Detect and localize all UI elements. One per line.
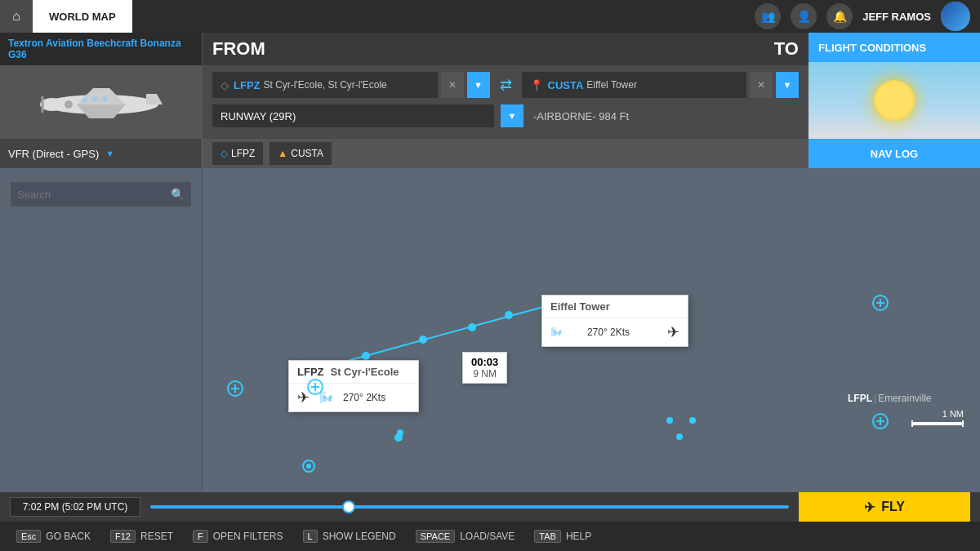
aircraft-panel: Textron Aviation Beechcraft Bonanza G36 [0, 33, 203, 139]
nav-log-button[interactable]: NAV LOG [808, 139, 980, 168]
map-marker-icon-3 [307, 379, 323, 395]
lfpz-wind: 270° 2Kts [343, 392, 385, 403]
profile-icon: 👤 [797, 10, 811, 23]
runway-dropdown-button[interactable]: ▼ [501, 104, 523, 127]
notification-icon-button[interactable]: 🔔 [826, 3, 853, 29]
route-dot-4 [397, 429, 403, 436]
key-space: SPACE [416, 530, 455, 543]
eiffel-wind: 270° 2Kts [587, 327, 630, 338]
to-clear-button[interactable]: ✕ [750, 72, 773, 98]
eiffel-body: 🌬️ 270° 2Kts ✈ [542, 318, 688, 346]
aircraft-banner: Textron Aviation Beechcraft Bonanza G36 [0, 33, 980, 139]
legend-label: SHOW LEGEND [323, 531, 396, 542]
hotkey-go-back[interactable]: Esc GO BACK [16, 530, 91, 543]
slider-thumb[interactable] [342, 500, 355, 513]
route-dot-1 [666, 417, 673, 424]
lfpl-marker [872, 413, 889, 429]
svg-marker-3 [146, 94, 163, 104]
group-icon-button[interactable]: 👥 [755, 3, 781, 29]
hotkeys-bar: Esc GO BACK F12 RESET F OPEN FILTERS L S… [0, 522, 980, 551]
key-f12: F12 [110, 530, 136, 543]
flight-conditions-body[interactable] [808, 62, 980, 139]
from-dropdown-button[interactable]: ▼ [467, 72, 490, 98]
svg-point-6 [65, 100, 73, 109]
world-map-label: WORLD MAP [49, 11, 116, 23]
hotkey-legend[interactable]: L SHOW LEGEND [303, 530, 396, 543]
reset-label: RESET [140, 531, 173, 542]
waypoint-lfpz[interactable]: ◇ LFPZ [212, 142, 263, 165]
fp-header: FROM TO [203, 33, 808, 65]
from-code: LFPZ [234, 79, 261, 91]
swap-button[interactable]: ⇄ [497, 76, 515, 94]
from-input[interactable]: ◇ LFPZ St Cyr-l'Ecole, St Cyr-l'Ecole [212, 72, 438, 98]
runway-input[interactable]: RUNWAY (29R) [212, 104, 494, 127]
lfpz-code: LFPZ [297, 366, 324, 378]
flight-conditions-label: FLIGHT CONDITIONS [818, 42, 926, 54]
scale-bar [913, 422, 962, 425]
to-dropdown-button[interactable]: ▼ [776, 72, 799, 98]
route-marker-4 [397, 429, 403, 436]
search-icon: 🔍 [171, 188, 185, 201]
hotkey-reset[interactable]: F12 RESET [110, 530, 173, 543]
fly-icon: ✈ [864, 500, 875, 515]
lfpl-code: LFPL [848, 393, 872, 404]
to-input-icon: 📍 [530, 79, 543, 91]
home-button[interactable]: ⌂ [0, 0, 33, 33]
filters-label: OPEN FILTERS [213, 531, 283, 542]
to-label: TO [774, 38, 799, 60]
svg-point-9 [102, 96, 107, 101]
flight-conditions-panel: FLIGHT CONDITIONS [808, 33, 980, 139]
avatar[interactable] [941, 2, 970, 31]
go-back-label: GO BACK [46, 531, 91, 542]
key-tab: TAB [534, 530, 561, 543]
key-esc: Esc [16, 530, 41, 543]
far-marker-2 [227, 380, 243, 397]
eiffel-land-icon: ✈ [667, 323, 679, 341]
nav-waypoints: ◇ LFPZ ▲ CUSTA [203, 142, 808, 165]
load-save-label: LOAD/SAVE [460, 531, 514, 542]
to-code: CUSTA [548, 79, 584, 91]
flight-type-dropdown[interactable]: VFR (Direct - GPS) ▼ [0, 139, 203, 168]
aircraft-image[interactable] [0, 65, 202, 139]
lfpl-label: LFPL | Emerainville [848, 393, 931, 404]
aircraft-manufacturer: Textron Aviation [8, 38, 84, 49]
waypoint-lfpz-icon: ◇ [220, 148, 228, 159]
route-marker-1 [666, 417, 673, 424]
hotkey-load-save[interactable]: SPACE LOAD/SAVE [416, 530, 515, 543]
fly-label: FLY [881, 500, 905, 514]
key-f: F [193, 530, 208, 543]
top-bar: ⌂ WORLD MAP 👥 👤 🔔 JEFF RAMOS [0, 0, 980, 33]
search-input[interactable] [17, 189, 171, 201]
timeline-slider[interactable] [150, 505, 789, 509]
altitude-text: -AIRBORNE- 984 Ft [530, 110, 799, 122]
flight-distance: 9 NM [471, 368, 498, 380]
map-marker-lfpl [872, 413, 889, 429]
to-input[interactable]: 📍 CUSTA Eiffel Tower [522, 72, 747, 98]
aircraft-svg [20, 73, 183, 131]
hotkey-filters[interactable]: F OPEN FILTERS [193, 530, 283, 543]
hotkey-help[interactable]: TAB HELP [534, 530, 591, 543]
scale-label: 1 NM [942, 409, 964, 419]
left-panel: 🔍 [0, 168, 203, 492]
map-area[interactable]: LFPZ St Cyr-l'Ecole ✈ 🌬️ 270° 2Kts Eiffe… [203, 168, 980, 492]
world-map-tab[interactable]: WORLD MAP [33, 0, 132, 33]
flight-conditions-header: FLIGHT CONDITIONS [808, 33, 980, 62]
far-marker-3 [307, 379, 323, 395]
search-box[interactable]: 🔍 [10, 181, 192, 207]
fly-button[interactable]: ✈ FLY [799, 492, 970, 522]
waypoint-custa-label: CUSTA [291, 148, 323, 159]
waypoint-custa[interactable]: ▲ CUSTA [270, 142, 332, 165]
from-clear-button[interactable]: ✕ [441, 72, 464, 98]
eiffel-wind-icon: 🌬️ [550, 327, 563, 338]
svg-point-8 [92, 96, 97, 101]
scale-right-tick [962, 420, 964, 427]
far-marker-1 [872, 295, 889, 311]
flight-type-label: VFR (Direct - GPS) [8, 148, 99, 160]
key-l: L [303, 530, 318, 543]
waypoint-lfpz-label: LFPZ [231, 148, 255, 159]
route-marker-2 [676, 433, 683, 440]
help-label: HELP [566, 531, 591, 542]
from-input-icon: ◇ [220, 79, 229, 91]
fp-inputs-row: ◇ LFPZ St Cyr-l'Ecole, St Cyr-l'Ecole ✕ … [203, 65, 808, 104]
profile-icon-button[interactable]: 👤 [791, 3, 817, 29]
